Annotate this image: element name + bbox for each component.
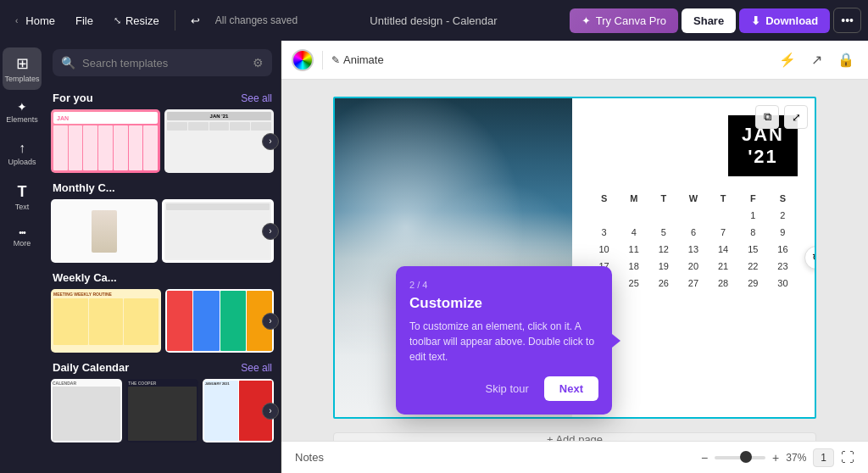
skip-tour-button[interactable]: Skip tour [477, 377, 537, 400]
chevron-left-icon: ‹ [15, 16, 18, 25]
fullscreen-button[interactable]: ⛶ [841, 450, 854, 465]
template-thumb[interactable] [165, 289, 274, 353]
filter-icon[interactable]: ⚙ [253, 56, 264, 70]
cell [83, 125, 97, 170]
cal-day: 5 [648, 225, 678, 239]
template-thumb[interactable] [162, 199, 274, 263]
color-picker[interactable] [292, 49, 314, 71]
cal-day: 12 [648, 242, 678, 256]
template-thumb[interactable]: JAN '21 [164, 109, 274, 173]
cal-day: 19 [648, 259, 678, 273]
day-header: F [738, 193, 768, 203]
sidebar-item-uploads[interactable]: ↑ Uploads [3, 134, 42, 173]
cal-day: 25 [619, 276, 648, 290]
page-indicator: 1 [813, 448, 834, 467]
zoom-out-button[interactable]: − [701, 451, 708, 465]
duplicate-icon[interactable]: ⧉ [755, 105, 779, 129]
ellipsis-icon: ••• [841, 14, 854, 27]
notes-label[interactable]: Notes [295, 451, 324, 464]
page-number: 1 [821, 452, 826, 464]
day-header: T [648, 193, 678, 203]
next-tour-button[interactable]: Next [544, 376, 598, 401]
cal-day: 27 [678, 276, 708, 290]
cal-day: 16 [768, 242, 798, 256]
tour-arrow [612, 334, 620, 348]
cell [143, 125, 158, 170]
share-canvas-button[interactable]: ↗ [808, 48, 826, 71]
cal-day: 29 [738, 276, 768, 290]
daily-see-all[interactable]: See all [241, 362, 272, 374]
elements-label: Elements [6, 115, 38, 124]
monthly-next-arrow[interactable]: › [262, 223, 279, 240]
template-thumb[interactable] [51, 199, 158, 263]
divider [175, 10, 175, 31]
cal-day: 14 [709, 242, 738, 256]
cal-row: 31 [589, 293, 798, 307]
zoom-thumb[interactable] [740, 451, 752, 463]
cal-day [648, 209, 678, 222]
templates-label: Templates [4, 75, 39, 83]
elements-icon: ✦ [17, 100, 27, 114]
share-button[interactable]: Share [682, 8, 736, 33]
topbar: ‹ Home File ⤡ Resize ↩ All changes saved… [0, 0, 868, 41]
undo-icon: ↩ [191, 14, 200, 27]
template-thumb[interactable]: MEETING WEEKLY ROUTINE [51, 289, 161, 353]
cal-day: 2 [768, 209, 798, 222]
search-input[interactable] [82, 57, 246, 70]
home-label: Home [25, 14, 55, 27]
weekly-next-arrow[interactable]: › [262, 313, 279, 330]
download-button[interactable]: ⬇ Download [739, 8, 830, 33]
home-button[interactable]: ‹ Home [7, 9, 64, 32]
file-button[interactable]: File [67, 9, 102, 32]
cal-day [619, 209, 648, 222]
day-header: S [589, 193, 619, 203]
cal-day: 26 [648, 276, 678, 290]
daily-next-arrow[interactable]: › [262, 403, 279, 420]
tour-tooltip: 2 / 4 Customize To customize an element,… [396, 266, 612, 415]
more-options-button[interactable]: ••• [833, 8, 861, 33]
for-you-see-all[interactable]: See all [241, 92, 272, 104]
next-arrow[interactable]: › [262, 133, 279, 150]
add-page-button[interactable]: + Add page [333, 432, 816, 441]
template-thumb[interactable]: JAN [51, 109, 160, 173]
zoom-slider[interactable] [715, 456, 765, 459]
cell [230, 122, 250, 131]
text-icon: T [18, 183, 27, 201]
try-pro-label: Try Canva Pro [596, 14, 666, 27]
cal-day: 20 [678, 259, 708, 273]
day-header: T [709, 193, 738, 203]
canvas-area: ✎ Animate ⚡ ↗ 🔒 ⧉ ⤢ ↻ [281, 41, 868, 473]
cal-day: 1 [738, 209, 768, 222]
template-thumb[interactable]: CALENDAR [51, 379, 122, 442]
search-bar: 🔍 ⚙ [53, 49, 272, 76]
sidebar-item-text[interactable]: T Text [3, 176, 42, 218]
cal-row: 17 18 19 20 21 22 23 [589, 259, 798, 273]
cal-day: 11 [619, 242, 648, 256]
template-thumb[interactable]: THE COOPER [126, 379, 198, 442]
try-canva-pro-button[interactable]: ✦ Try Canva Pro [570, 8, 678, 33]
lock-button[interactable]: 🔒 [834, 48, 858, 71]
cell [129, 125, 143, 170]
canvas-scroll[interactable]: ⧉ ⤢ ↻ JAN '21 S [281, 80, 868, 441]
undo-button[interactable]: ↩ [182, 9, 209, 32]
daily-grid: CALENDAR THE COOPER JANUARY 2021 › [51, 379, 274, 442]
cal-day: 13 [678, 242, 708, 256]
resize-icon: ⤡ [114, 15, 121, 26]
animate-button[interactable]: ✎ Animate [331, 53, 384, 66]
star-icon: ✦ [581, 14, 591, 27]
sidebar-item-templates[interactable]: ⊞ Templates [3, 47, 42, 90]
templates-scroll: For you See all JAN [44, 83, 281, 473]
monthly-header: Monthly C... [53, 181, 272, 194]
daily-header: Daily Calendar See all [53, 361, 272, 374]
zoom-in-button[interactable]: + [772, 451, 779, 465]
resize-canvas-icon[interactable]: ⤢ [784, 105, 808, 129]
sidebar-item-elements[interactable]: ✦ Elements [3, 93, 42, 131]
tour-actions: Skip tour Next [409, 376, 598, 401]
cell [167, 122, 187, 131]
day-header: S [768, 193, 798, 203]
magic-wand-button[interactable]: ⚡ [776, 48, 799, 71]
resize-button[interactable]: ⤡ Resize [105, 9, 168, 32]
sidebar-item-more[interactable]: ••• More [3, 221, 42, 254]
share-label: Share [693, 14, 724, 27]
calendar-header: S M T W T F S [589, 193, 798, 203]
